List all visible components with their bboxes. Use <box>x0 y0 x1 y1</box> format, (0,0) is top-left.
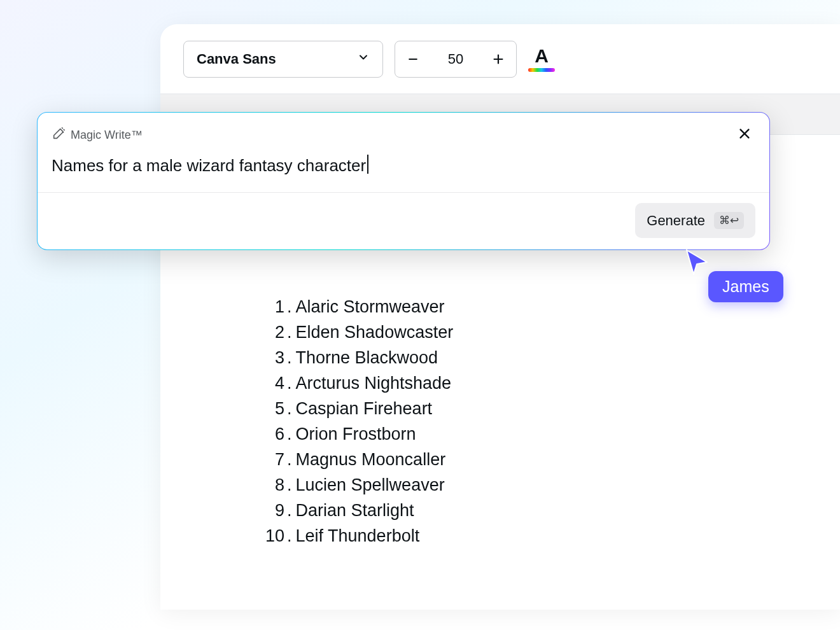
decrease-size-button[interactable] <box>395 41 431 77</box>
list-item-text: Thorne Blackwood <box>296 346 438 371</box>
list-item-text: Elden Shadowcaster <box>296 320 454 346</box>
list-item[interactable]: 6.Orion Frostborn <box>259 422 832 447</box>
list-item[interactable]: 4.Arcturus Nightshade <box>259 371 832 396</box>
magic-write-input[interactable]: Names for a male wizard fantasy characte… <box>38 150 769 192</box>
list-item[interactable]: 10.Leif Thunderbolt <box>259 524 832 549</box>
list-item[interactable]: 7.Magnus Mooncaller <box>259 447 832 473</box>
magic-wand-icon <box>52 127 66 144</box>
generate-button-label: Generate <box>647 213 705 229</box>
list-item-text: Lucien Spellweaver <box>296 473 445 498</box>
list-item[interactable]: 9.Darian Starlight <box>259 498 832 524</box>
list-item-text: Alaric Stormweaver <box>296 295 445 320</box>
magic-write-title: Magic Write™ <box>52 127 143 144</box>
font-family-value: Canva Sans <box>197 51 276 67</box>
text-caret <box>367 155 368 174</box>
text-color-button[interactable]: A <box>528 46 555 72</box>
text-color-icon: A <box>535 46 549 66</box>
list-item[interactable]: 2.Elden Shadowcaster <box>259 320 832 346</box>
font-size-group: 50 <box>395 41 517 78</box>
color-spectrum-bar <box>528 68 555 72</box>
magic-write-panel: Magic Write™ Names for a male wizard fan… <box>37 112 770 250</box>
increase-size-button[interactable] <box>480 41 516 77</box>
generate-button[interactable]: Generate ⌘↩ <box>635 203 755 238</box>
chevron-down-icon <box>357 51 370 67</box>
close-button[interactable] <box>735 124 754 146</box>
text-toolbar: Canva Sans 50 A <box>160 24 840 94</box>
list-item-text: Darian Starlight <box>296 498 414 524</box>
list-item[interactable]: 3.Thorne Blackwood <box>259 346 832 371</box>
list-item[interactable]: 5.Caspian Fireheart <box>259 396 832 422</box>
list-item[interactable]: 8.Lucien Spellweaver <box>259 473 832 498</box>
generated-list: 1.Alaric Stormweaver2.Elden Shadowcaster… <box>259 295 832 549</box>
generate-shortcut: ⌘↩ <box>714 212 744 229</box>
list-item-text: Leif Thunderbolt <box>296 524 420 549</box>
magic-write-prompt-text: Names for a male wizard fantasy characte… <box>52 156 366 175</box>
list-item-text: Magnus Mooncaller <box>296 447 446 473</box>
magic-write-title-label: Magic Write™ <box>71 129 143 142</box>
list-item-text: Caspian Fireheart <box>296 396 433 422</box>
list-item-text: Arcturus Nightshade <box>296 371 452 396</box>
font-family-select[interactable]: Canva Sans <box>183 41 383 78</box>
font-size-value[interactable]: 50 <box>431 51 480 67</box>
collaborator-label: James <box>708 271 783 302</box>
list-item-text: Orion Frostborn <box>296 422 416 447</box>
